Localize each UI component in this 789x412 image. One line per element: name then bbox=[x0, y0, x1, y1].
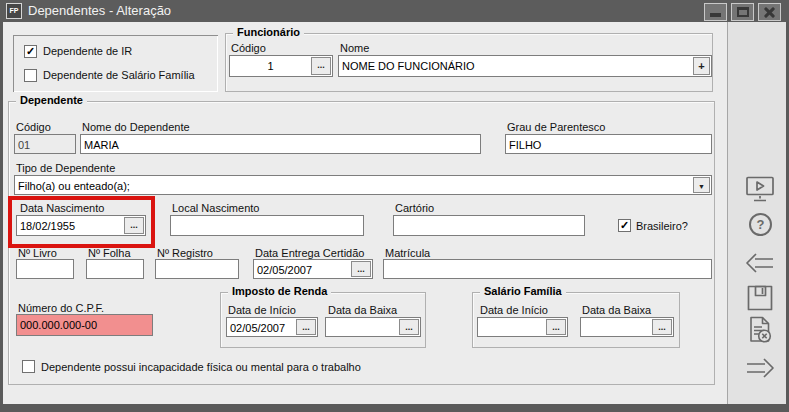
grau-parentesco-value: FILHO bbox=[509, 139, 541, 151]
local-nascimento-label: Local Nascimento bbox=[172, 202, 259, 214]
dependency-type-panel bbox=[13, 35, 218, 92]
funcionario-codigo-value: 1 bbox=[267, 60, 273, 72]
ir-data-inicio-field[interactable]: 02/05/2007 ... bbox=[226, 317, 318, 337]
ir-data-baixa-label: Data da Baixa bbox=[328, 304, 397, 316]
num-livro-label: Nº Livro bbox=[18, 247, 57, 259]
close-button[interactable] bbox=[758, 3, 781, 21]
num-registro-label: Nº Registro bbox=[157, 247, 213, 259]
sf-data-inicio-label: Data de Início bbox=[480, 304, 548, 316]
dependente-nome-field[interactable]: MARIA bbox=[80, 134, 481, 154]
dependente-nome-value: MARIA bbox=[84, 139, 119, 151]
cpf-field[interactable]: 000.000.000-00 bbox=[16, 314, 153, 336]
maximize-icon bbox=[737, 7, 749, 17]
next-button[interactable] bbox=[744, 356, 776, 388]
matricula-label: Matrícula bbox=[385, 247, 430, 259]
local-nascimento-field[interactable] bbox=[170, 215, 364, 236]
titlebar[interactable]: FP Dependentes - Alteração bbox=[0, 0, 789, 22]
group-dependente-title: Dependente bbox=[16, 94, 87, 106]
cartorio-field[interactable] bbox=[393, 215, 585, 236]
arrow-right-icon bbox=[744, 356, 776, 380]
checkbox-incapacidade-label: Dependente possui incapacidade física ou… bbox=[41, 361, 361, 373]
sf-data-baixa-field[interactable]: ... bbox=[580, 317, 674, 337]
funcionario-codigo-label: Código bbox=[231, 42, 266, 54]
data-entrega-certidao-browse-button[interactable]: ... bbox=[351, 261, 371, 277]
funcionario-codigo-field[interactable]: 1 ... bbox=[229, 55, 333, 77]
funcionario-nome-label: Nome bbox=[340, 42, 369, 54]
monitor-play-icon bbox=[744, 175, 776, 205]
checkbox-dependente-salario-familia-label: Dependente de Salário Família bbox=[43, 69, 195, 81]
checkbox-brasileiro[interactable]: ✓ bbox=[618, 219, 631, 232]
question-mark-icon: ? bbox=[757, 217, 765, 232]
data-nascimento-value: 18/02/1955 bbox=[20, 220, 75, 232]
cartorio-label: Cartório bbox=[395, 202, 434, 214]
minimize-button[interactable] bbox=[704, 3, 727, 21]
matricula-field[interactable] bbox=[383, 259, 712, 279]
data-entrega-certidao-label: Data Entrega Certidão bbox=[255, 247, 364, 259]
ir-data-inicio-label: Data de Início bbox=[228, 304, 296, 316]
grau-parentesco-field[interactable]: FILHO bbox=[505, 134, 712, 154]
group-funcionario-title: Funcionário bbox=[233, 26, 304, 38]
checkbox-dependente-ir-label: Dependente de IR bbox=[43, 45, 132, 57]
cpf-label: Número do C.P.F. bbox=[18, 302, 104, 314]
delete-record-button[interactable] bbox=[747, 316, 779, 348]
ir-data-baixa-browse-button[interactable]: ... bbox=[399, 319, 419, 335]
sf-data-baixa-browse-button[interactable]: ... bbox=[652, 319, 672, 335]
data-nascimento-label: Data Nascimento bbox=[20, 202, 104, 214]
funcionario-nome-field[interactable]: NOME DO FUNCIONÁRIO + bbox=[338, 55, 712, 77]
data-entrega-certidao-value: 02/05/2007 bbox=[257, 264, 312, 276]
sf-data-inicio-field[interactable]: ... bbox=[477, 317, 568, 337]
sf-data-baixa-label: Data da Baixa bbox=[582, 304, 651, 316]
grau-parentesco-label: Grau de Parentesco bbox=[507, 121, 605, 133]
help-button[interactable]: ? bbox=[749, 213, 772, 236]
funcionario-codigo-browse-button[interactable]: ... bbox=[311, 57, 331, 75]
num-folha-label: Nº Folha bbox=[88, 247, 131, 259]
sf-data-inicio-browse-button[interactable]: ... bbox=[546, 319, 566, 335]
num-folha-field[interactable] bbox=[86, 259, 144, 279]
checkbox-incapacidade[interactable] bbox=[22, 360, 35, 373]
app-icon: FP bbox=[6, 3, 22, 19]
dependente-codigo-label: Código bbox=[16, 121, 51, 133]
document-delete-icon bbox=[747, 316, 775, 345]
funcionario-nome-value: NOME DO FUNCIONÁRIO bbox=[342, 60, 475, 72]
run-button[interactable] bbox=[744, 175, 776, 207]
ir-data-baixa-field[interactable]: ... bbox=[325, 317, 421, 337]
previous-button[interactable] bbox=[744, 251, 776, 283]
dialog-window: FP Dependentes - Alteração ✓ Dependente … bbox=[0, 0, 789, 412]
dependente-codigo-value: 01 bbox=[18, 139, 30, 151]
tipo-dependente-combobox[interactable]: Filho(a) ou enteado(a); ▼ bbox=[14, 175, 712, 195]
checkbox-dependente-ir[interactable]: ✓ bbox=[24, 45, 37, 58]
cpf-value: 000.000.000-00 bbox=[20, 319, 97, 331]
checkbox-brasileiro-label: Brasileiro? bbox=[636, 220, 688, 232]
maximize-button[interactable] bbox=[731, 3, 754, 21]
tipo-dependente-value: Filho(a) ou enteado(a); bbox=[18, 180, 130, 192]
funcionario-nome-add-button[interactable]: + bbox=[693, 57, 710, 75]
checkbox-dependente-salario-familia[interactable] bbox=[24, 69, 37, 82]
arrow-left-icon bbox=[744, 251, 776, 275]
num-registro-field[interactable] bbox=[155, 259, 239, 279]
floppy-disk-icon bbox=[746, 284, 774, 312]
group-imposto-renda-title: Imposto de Renda bbox=[228, 285, 331, 297]
save-button[interactable] bbox=[746, 284, 778, 316]
data-entrega-certidao-field[interactable]: 02/05/2007 ... bbox=[253, 259, 373, 279]
tipo-dependente-label: Tipo de Dependente bbox=[16, 162, 115, 174]
num-livro-field[interactable] bbox=[16, 259, 74, 279]
window-title: Dependentes - Alteração bbox=[28, 3, 171, 18]
data-nascimento-browse-button[interactable]: ... bbox=[124, 217, 144, 234]
dependente-nome-label: Nome do Dependente bbox=[82, 121, 190, 133]
tipo-dependente-dropdown-button[interactable]: ▼ bbox=[693, 177, 710, 193]
dependente-codigo-field: 01 bbox=[14, 134, 76, 154]
ir-data-inicio-browse-button[interactable]: ... bbox=[296, 319, 316, 335]
minimize-icon bbox=[710, 13, 721, 17]
data-nascimento-field[interactable]: 18/02/1955 ... bbox=[16, 215, 146, 236]
ir-data-inicio-value: 02/05/2007 bbox=[230, 322, 285, 334]
group-salario-familia-title: Salário Família bbox=[480, 285, 566, 297]
